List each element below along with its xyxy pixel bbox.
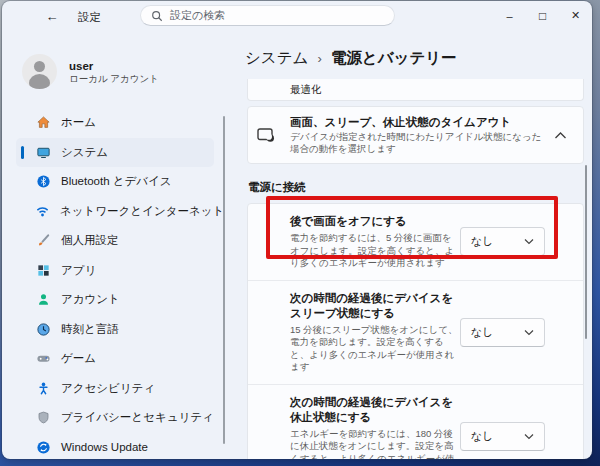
breadcrumb: システム › 電源とバッテリー	[245, 48, 457, 69]
sidebar-item-home[interactable]: ホーム	[16, 108, 214, 138]
search-icon	[151, 10, 163, 22]
breadcrumb-system[interactable]: システム	[245, 48, 308, 69]
sidebar-item-label: Windows Update	[61, 441, 148, 453]
privacy-icon	[35, 410, 51, 426]
sidebar-item-label: Bluetooth とデバイス	[61, 174, 172, 189]
sidebar-item-label: アカウント	[61, 292, 120, 307]
close-button[interactable]: ✕	[559, 1, 592, 30]
accessibility-icon	[35, 380, 51, 396]
user-account[interactable]: user ローカル アカウント	[22, 54, 159, 89]
setting-title: 次の時間の経過後にデバイスをスリープ状態にする	[290, 291, 460, 321]
sidebar-item-label: ゲーム	[61, 351, 96, 366]
setting-title: 後で画面をオフにする	[290, 214, 460, 229]
windows-update-icon	[35, 439, 51, 455]
optimization-label: 最適化	[248, 83, 322, 97]
back-arrow-icon: ←	[46, 9, 59, 24]
dropdown-value: なし	[471, 234, 494, 249]
gaming-icon	[35, 351, 51, 367]
sidebar-item-privacy[interactable]: プライバシーとセキュリティ	[16, 403, 214, 433]
sidebar-item-apps[interactable]: アプリ	[16, 256, 214, 286]
dropdown-value: なし	[471, 429, 494, 444]
sidebar-scrollbar[interactable]	[223, 116, 225, 444]
network-icon	[35, 203, 50, 219]
hibernate-dropdown[interactable]: なし	[460, 422, 545, 451]
sidebar-item-label: アクセシビリティ	[61, 381, 155, 396]
settings-scroll-area: 最適化 画面、スリープ、休止状態のタイムアウト デバイスが指定された時間にわたり…	[247, 79, 592, 459]
search-placeholder: 設定の検索	[170, 8, 225, 23]
sidebar-item-windows-update[interactable]: Windows Update	[16, 433, 214, 460]
sidebar-item-bluetooth[interactable]: Bluetooth とデバイス	[16, 167, 214, 197]
title-bar: ← 設定 設定の検索 – □ ✕	[2, 1, 592, 31]
setting-description: 15 分後にスリープ状態をオンにして、電力を節約します。設定を高くすると、より多…	[290, 324, 460, 374]
search-input[interactable]: 設定の検索	[140, 5, 395, 26]
setting-description: 電力を節約するには、5 分後に画面をオフにします。設定を高くすると、より多くのエ…	[290, 232, 460, 270]
main-content: システム › 電源とバッテリー 最適化 画面、スリープ、休止状態のタイムアウト …	[227, 31, 592, 459]
group-label-plugged-in: 電源に接続	[248, 180, 592, 195]
sidebar-nav: ホーム システム Bluetooth とデバイス ネットワークとインターネット	[2, 108, 227, 459]
power-settings-card: 後で画面をオフにする 電力を節約するには、5 分後に画面をオフにします。設定を高…	[247, 203, 584, 459]
timeouts-expander[interactable]: 画面、スリープ、休止状態のタイムアウト デバイスが指定された時間にわたりアイドル…	[247, 106, 584, 164]
sidebar-item-label: プライバシーとセキュリティ	[61, 410, 214, 425]
chevron-up-icon[interactable]	[554, 131, 567, 140]
sidebar-item-label: ネットワークとインターネット	[60, 204, 224, 219]
close-icon: ✕	[571, 9, 580, 22]
system-icon	[35, 144, 51, 160]
sidebar-item-accessibility[interactable]: アクセシビリティ	[16, 374, 214, 404]
setting-row-sleep: 次の時間の経過後にデバイスをスリープ状態にする 15 分後にスリープ状態をオンに…	[248, 280, 583, 384]
apps-icon	[35, 262, 51, 278]
chevron-down-icon	[524, 238, 534, 245]
user-account-type: ローカル アカウント	[69, 73, 159, 85]
personalization-icon	[35, 233, 51, 249]
back-button[interactable]: ←	[42, 6, 62, 26]
sidebar-item-label: 時刻と言語	[61, 322, 119, 337]
settings-window: ← 設定 設定の検索 – □ ✕ user ローカル アカウント	[2, 1, 592, 459]
minimize-button[interactable]: –	[493, 1, 526, 30]
content-scrollbar[interactable]	[585, 165, 587, 339]
sidebar-item-label: ホーム	[61, 115, 96, 130]
optimization-row-clipped[interactable]: 最適化	[247, 79, 584, 101]
minimize-icon: –	[506, 10, 512, 22]
page-title: 電源とバッテリー	[331, 48, 457, 69]
sidebar-item-gaming[interactable]: ゲーム	[16, 344, 214, 374]
app-title: 設定	[78, 10, 101, 25]
chevron-down-icon	[524, 329, 534, 336]
avatar	[22, 54, 57, 89]
setting-row-screen-off: 後で画面をオフにする 電力を節約するには、5 分後に画面をオフにします。設定を高…	[248, 204, 583, 280]
maximize-button[interactable]: □	[526, 1, 559, 30]
breadcrumb-separator-icon: ›	[317, 51, 321, 66]
sidebar-item-label: システム	[61, 145, 108, 160]
sidebar-item-personalization[interactable]: 個人用設定	[16, 226, 214, 256]
dropdown-value: なし	[471, 325, 494, 340]
home-icon	[35, 115, 51, 131]
user-name: user	[69, 59, 159, 73]
sidebar-item-network[interactable]: ネットワークとインターネット	[16, 197, 214, 227]
sidebar-item-accounts[interactable]: アカウント	[16, 285, 214, 315]
maximize-icon: □	[539, 9, 546, 23]
time-language-icon	[35, 321, 51, 337]
sidebar-item-time-language[interactable]: 時刻と言語	[16, 315, 214, 345]
expander-title: 画面、スリープ、休止状態のタイムアウト	[290, 115, 554, 129]
expander-description: デバイスが指定された時間にわたりアイドル状態になった場合の動作を選択します	[290, 131, 542, 155]
setting-row-hibernate: 次の時間の経過後にデバイスを休止状態にする エネルギーを節約するには、180 分…	[248, 384, 583, 460]
sidebar-item-label: 個人用設定	[61, 233, 119, 248]
sidebar-item-label: アプリ	[61, 263, 96, 278]
accounts-icon	[35, 292, 51, 308]
screen-off-dropdown[interactable]: なし	[460, 227, 545, 256]
sidebar-item-system[interactable]: システム	[16, 138, 214, 168]
setting-title: 次の時間の経過後にデバイスを休止状態にする	[290, 395, 460, 425]
setting-description: エネルギーを節約するには、180 分後に休止状態をオンにします。設定を高くすると…	[290, 428, 460, 460]
sleep-dropdown[interactable]: なし	[460, 318, 545, 347]
bluetooth-icon	[35, 174, 51, 190]
sidebar: user ローカル アカウント ホーム システム B	[2, 31, 227, 459]
chevron-down-icon	[524, 433, 534, 440]
screen-sleep-icon	[257, 127, 275, 143]
